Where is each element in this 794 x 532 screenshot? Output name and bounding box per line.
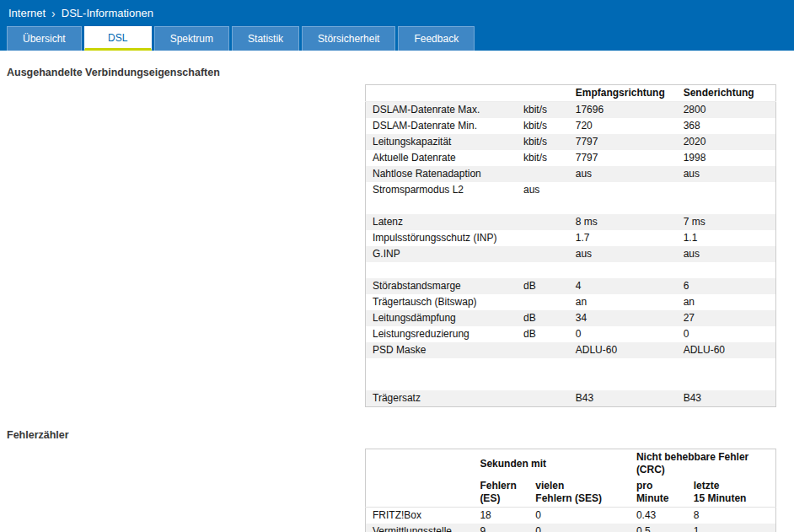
column-header-empty (366, 85, 517, 102)
cell: 0.43 (630, 508, 687, 524)
cell: Leitungskapazität (366, 134, 517, 150)
cell: 2020 (677, 134, 776, 150)
cell: 34 (569, 310, 677, 326)
column-group-crc: Nicht behebbare Fehler (CRC) (630, 449, 776, 479)
cell (517, 374, 569, 390)
cell: B43 (569, 390, 677, 407)
cell (517, 246, 569, 262)
tab-statistik[interactable]: Statistik (232, 26, 299, 51)
cell: aus (677, 166, 776, 182)
cell (517, 342, 569, 358)
cell: FRITZ!Box (366, 508, 474, 524)
cell: Störabstandsmarge (366, 278, 517, 294)
cell: 7797 (569, 134, 677, 150)
cell: ADLU-60 (569, 342, 677, 358)
cell: 0 (677, 326, 776, 342)
cell: kbit/s (517, 134, 569, 150)
top-bar: Internet › DSL-Informationen ÜbersichtDS… (0, 0, 794, 51)
cell: 18 (473, 508, 528, 524)
table-row: PSD MaskeADLU-60ADLU-60 (366, 342, 776, 358)
error-counter-table: Sekunden mit Nicht behebbare Fehler (CRC… (365, 449, 776, 532)
table-row: FRITZ!Box1800.438 (366, 508, 776, 524)
column-header-pro-minute: pro Minute (630, 478, 687, 508)
column-group-sekunden-mit: Sekunden mit (473, 449, 630, 479)
cell: kbit/s (517, 102, 569, 119)
cell (677, 198, 776, 214)
column-header-letzte-15-minuten: letzte 15 Minuten (687, 478, 776, 508)
tab-feedback[interactable]: Feedback (398, 26, 475, 51)
table-row: LeitungsdämpfungdB3427 (366, 310, 776, 326)
cell: 1 (687, 524, 776, 532)
cell: dB (517, 326, 569, 342)
cell (366, 262, 517, 278)
cell: 17696 (569, 102, 677, 119)
cell: Aktuelle Datenrate (366, 150, 517, 166)
cell (517, 358, 569, 374)
cell (677, 262, 776, 278)
cell: aus (569, 246, 677, 262)
tab-dsl[interactable]: DSL (84, 26, 152, 51)
cell: an (677, 294, 776, 310)
error-counter-table-body: FRITZ!Box1800.438Vermittlungsstelle900.5… (366, 508, 776, 532)
table-row: Impulsstörungsschutz (INP)1.71.1 (366, 230, 776, 246)
cell: aus (517, 182, 569, 198)
tab-uebersicht[interactable]: Übersicht (7, 26, 82, 51)
cell (517, 198, 569, 214)
cell (569, 358, 677, 374)
table-row: Latenz8 ms7 ms (366, 214, 776, 230)
cell (569, 374, 677, 390)
cell: 7 ms (677, 214, 776, 230)
cell (517, 294, 569, 310)
cell: aus (569, 166, 677, 182)
cell: Vermittlungsstelle (366, 524, 474, 532)
tab-spektrum[interactable]: Spektrum (154, 26, 229, 51)
cell: Leistungsreduzierung (366, 326, 517, 342)
cell: 27 (677, 310, 776, 326)
cell (517, 262, 569, 278)
cell: an (569, 294, 677, 310)
cell: Impulsstörungsschutz (INP) (366, 230, 517, 246)
column-header-empfangsrichtung: Empfangsrichtung (569, 85, 677, 102)
cell (366, 374, 517, 390)
breadcrumb-internet[interactable]: Internet (8, 7, 46, 19)
cell (677, 374, 776, 390)
breadcrumb: Internet › DSL-Informationen (0, 0, 794, 26)
breadcrumb-separator-icon: › (51, 8, 56, 19)
cell: 8 ms (569, 214, 677, 230)
column-header-fehlern-es: Fehlern (ES) (473, 478, 528, 508)
cell (677, 182, 776, 198)
connection-properties-table: Empfangsrichtung Senderichtung DSLAM-Dat… (365, 84, 776, 407)
column-header-unit (517, 85, 569, 102)
spacer-row (366, 262, 776, 278)
cell (569, 262, 677, 278)
cell: Stromsparmodus L2 (366, 182, 517, 198)
content-area: Ausgehandelte Verbindungseigenschaften E… (0, 67, 794, 532)
table-row: LeistungsreduzierungdB00 (366, 326, 776, 342)
spacer-row (366, 198, 776, 214)
cell: PSD Maske (366, 342, 517, 358)
section-title-error-counter: Fehlerzähler (7, 429, 787, 441)
cell (517, 390, 569, 407)
cell: 0 (528, 508, 630, 524)
group-header-empty (366, 449, 474, 479)
cell (517, 230, 569, 246)
column-header-vielen-fehlern-ses: vielen Fehlern (SES) (528, 478, 630, 508)
cell (366, 358, 517, 374)
cell: 9 (473, 524, 528, 532)
tab-stoersicherheit[interactable]: Störsicherheit (302, 26, 395, 51)
cell: 8 (687, 508, 776, 524)
spacer-row (366, 374, 776, 390)
cell: Trägertausch (Bitswap) (366, 294, 517, 310)
table-row: TrägersatzB43B43 (366, 390, 776, 407)
cell: kbit/s (517, 118, 569, 134)
table-row: G.INPausaus (366, 246, 776, 262)
breadcrumb-current-page: DSL-Informationen (62, 7, 153, 19)
table-row: StörabstandsmargedB46 (366, 278, 776, 294)
column-header-empty (366, 478, 474, 508)
column-header-row: Fehlern (ES) vielen Fehlern (SES) pro Mi… (366, 478, 776, 508)
table-row: Trägertausch (Bitswap)anan (366, 294, 776, 310)
cell: 0 (528, 524, 630, 532)
cell: 4 (569, 278, 677, 294)
table-row: DSLAM-Datenrate Min.kbit/s720368 (366, 118, 776, 134)
table-row: DSLAM-Datenrate Max.kbit/s176962800 (366, 102, 776, 119)
